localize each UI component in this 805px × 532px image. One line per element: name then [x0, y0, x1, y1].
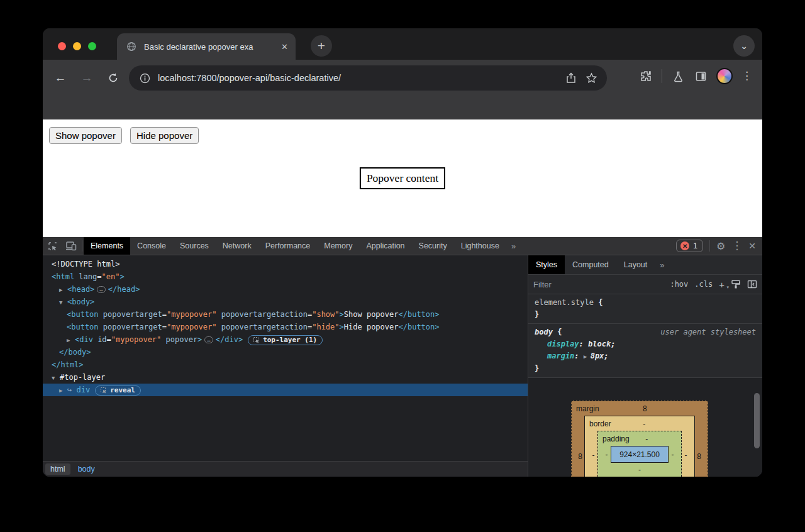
- padding-top-value[interactable]: -: [617, 435, 677, 443]
- page-content: Show popover Hide popover Popover conten…: [43, 119, 762, 237]
- new-tab-button[interactable]: +: [311, 35, 332, 57]
- dom-tree-row[interactable]: ▼#top-layer: [43, 371, 528, 384]
- toolbar-separator: [662, 69, 662, 83]
- back-button[interactable]: ←: [50, 68, 70, 88]
- element-style-section[interactable]: element.style { }: [528, 294, 762, 324]
- class-toggle[interactable]: .cls: [694, 280, 713, 289]
- device-toolbar-icon[interactable]: [62, 237, 80, 255]
- url-bar[interactable]: localhost:7800/popover-api/basic-declara…: [129, 65, 607, 91]
- dom-token: </button>: [398, 323, 439, 331]
- expand-arrow-icon[interactable]: ▶: [67, 334, 75, 346]
- breadcrumb-item-html[interactable]: html: [45, 463, 70, 475]
- box-model-content[interactable]: 924×21.500: [611, 446, 669, 463]
- inline-expand-ellipsis-button[interactable]: …: [204, 336, 213, 343]
- box-model-border[interactable]: border- - padding- - 924×21.500: [584, 416, 695, 477]
- margin-top-value[interactable]: 8: [587, 404, 703, 413]
- margin-right-value[interactable]: 8: [695, 452, 703, 461]
- browser-menu-icon[interactable]: ⋮: [741, 73, 752, 79]
- dom-tree-row[interactable]: ▶<div id="mypopover" popover>…</div>top-…: [43, 333, 528, 346]
- top-layer-badge[interactable]: top-layer (1): [248, 335, 323, 345]
- devtools-settings-gear-icon[interactable]: ⚙: [716, 240, 725, 252]
- error-icon: ✕: [680, 241, 689, 250]
- devtools-tab-network[interactable]: Network: [216, 237, 258, 255]
- styles-tab-layout[interactable]: Layout: [616, 255, 655, 274]
- dom-tree-row[interactable]: </body>: [43, 346, 528, 358]
- border-top-value[interactable]: -: [599, 419, 690, 428]
- expand-arrow-icon[interactable]: ▶: [59, 384, 67, 397]
- styles-tab-styles[interactable]: Styles: [528, 255, 565, 274]
- dom-token: =: [162, 323, 167, 331]
- devtools-tab-security[interactable]: Security: [412, 237, 454, 255]
- profile-avatar[interactable]: [716, 68, 733, 84]
- border-right-value[interactable]: -: [682, 451, 690, 460]
- devtools-tab-application[interactable]: Application: [359, 237, 411, 255]
- console-error-badge[interactable]: ✕ 1: [676, 240, 703, 252]
- collapse-arrow-icon[interactable]: ▼: [59, 296, 67, 309]
- devtools-tab-sources[interactable]: Sources: [173, 237, 216, 255]
- new-style-rule-button[interactable]: +: [719, 279, 724, 290]
- share-icon[interactable]: [564, 71, 578, 85]
- padding-bottom-value[interactable]: -: [602, 463, 677, 477]
- devtools-close-icon[interactable]: ✕: [748, 241, 756, 251]
- padding-left-value[interactable]: -: [602, 450, 611, 459]
- styles-more-tabs-icon[interactable]: »: [655, 255, 669, 274]
- devtools-tab-elements[interactable]: Elements: [84, 237, 130, 255]
- dock-sidebar-icon[interactable]: [747, 279, 757, 289]
- padding-right-value[interactable]: -: [669, 450, 677, 459]
- border-left-value[interactable]: -: [589, 451, 597, 460]
- box-model-margin[interactable]: margin8 8 border- - padding-: [571, 401, 708, 477]
- css-property-display[interactable]: display: block;: [535, 338, 756, 350]
- reveal-badge[interactable]: reveal: [95, 385, 141, 396]
- devtools-tab-console[interactable]: Console: [130, 237, 173, 255]
- side-panel-icon[interactable]: [694, 69, 708, 83]
- styles-scrollbar-thumb[interactable]: [754, 393, 760, 448]
- inspect-element-icon[interactable]: [43, 237, 62, 255]
- styles-tab-computed[interactable]: Computed: [565, 255, 616, 274]
- dom-tree-row[interactable]: <!DOCTYPE html>: [43, 258, 528, 270]
- element-style-selector: element.style: [535, 298, 594, 307]
- tab-close-icon[interactable]: ✕: [281, 42, 288, 52]
- box-model-diagram[interactable]: margin8 8 border- - padding-: [571, 401, 708, 477]
- devtools-tab-memory[interactable]: Memory: [317, 237, 359, 255]
- url-text[interactable]: localhost:7800/popover-api/basic-declara…: [158, 73, 558, 83]
- browser-tab[interactable]: Basic declarative popover exa ✕: [117, 33, 296, 60]
- dom-tree-row[interactable]: ▼<body>: [43, 296, 528, 308]
- dom-tree-row[interactable]: <html lang="en">: [43, 270, 528, 283]
- dom-tree-row[interactable]: </html>: [43, 358, 528, 371]
- brace-open-2: {: [557, 328, 562, 336]
- devtools-tab-performance[interactable]: Performance: [258, 237, 318, 255]
- tab-search-chevron-icon[interactable]: ⌄: [733, 35, 755, 57]
- rendering-paint-icon[interactable]: [731, 279, 741, 289]
- browser-toolbar: ← → localhost:7800/popover-api/basic-dec…: [43, 60, 762, 119]
- inline-expand-ellipsis-button[interactable]: …: [97, 286, 105, 293]
- close-window-button[interactable]: [58, 42, 66, 50]
- pseudo-state-toggle[interactable]: :hov: [670, 280, 688, 289]
- forward-button[interactable]: →: [77, 68, 97, 88]
- dom-tree-row[interactable]: <button popovertarget="mypopover" popove…: [43, 321, 528, 333]
- bookmark-star-icon[interactable]: [584, 71, 598, 85]
- show-popover-button[interactable]: Show popover: [49, 127, 122, 144]
- dom-token: </head>: [108, 285, 140, 294]
- dom-tree-row-selected[interactable]: ▶↪ divreveal: [43, 384, 528, 396]
- reload-button[interactable]: [103, 68, 123, 88]
- styles-filter-input[interactable]: [533, 280, 663, 289]
- site-info-icon[interactable]: [138, 71, 152, 85]
- dom-tree-row[interactable]: <button popovertarget="mypopover" popove…: [43, 308, 528, 321]
- maximize-window-button[interactable]: [88, 42, 96, 50]
- devtools-tab-lighthouse[interactable]: Lighthouse: [454, 237, 506, 255]
- expand-arrow-icon[interactable]: ▶: [59, 284, 67, 296]
- css-property-margin[interactable]: margin: ▶ 8px;: [535, 350, 756, 363]
- collapse-arrow-icon[interactable]: ▼: [52, 372, 60, 384]
- dom-token: Hide popover: [344, 323, 399, 331]
- hide-popover-button[interactable]: Hide popover: [130, 127, 199, 144]
- box-model-padding[interactable]: padding- - 924×21.500 - -: [597, 431, 682, 477]
- extensions-puzzle-icon[interactable]: [639, 69, 653, 83]
- more-tabs-icon[interactable]: »: [506, 237, 521, 255]
- breadcrumb-item-body[interactable]: body: [73, 463, 100, 475]
- dom-tree-row[interactable]: ▶<head>…</head>: [43, 283, 528, 296]
- body-rule-section[interactable]: body { user agent stylesheet display: bl…: [528, 324, 762, 378]
- margin-left-value[interactable]: 8: [576, 452, 584, 461]
- experiments-flask-icon[interactable]: [671, 69, 685, 83]
- minimize-window-button[interactable]: [73, 42, 81, 50]
- devtools-menu-icon[interactable]: ⋮: [731, 243, 742, 249]
